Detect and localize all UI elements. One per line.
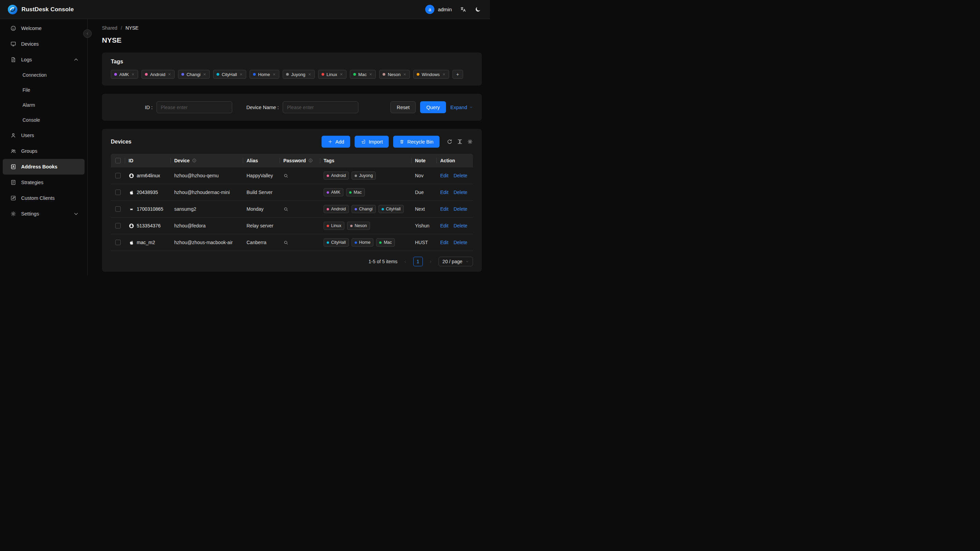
remove-tag-icon[interactable] <box>168 73 171 76</box>
tag-label: Android <box>331 173 346 178</box>
breadcrumb-separator: / <box>121 25 122 31</box>
device-id: 1700310865 <box>137 206 163 212</box>
remove-tag-icon[interactable] <box>369 73 372 76</box>
header-actions: a admin <box>425 5 481 14</box>
sidebar-item-users[interactable]: Users <box>3 127 84 143</box>
delete-link[interactable]: Delete <box>453 173 467 178</box>
breadcrumb: Shared / NYSE <box>102 25 482 31</box>
apple-icon <box>129 190 134 195</box>
sidebar-item-devices[interactable]: Devices <box>3 36 84 52</box>
device-name-input[interactable] <box>283 101 358 113</box>
remove-tag-icon[interactable] <box>272 73 276 76</box>
sidebar-item-welcome[interactable]: Welcome <box>3 21 84 36</box>
pagination-summary: 1-5 of 5 items <box>369 259 398 264</box>
expand-toggle[interactable]: Expand <box>450 105 473 110</box>
remove-tag-icon[interactable] <box>239 73 243 76</box>
sidebar-item-logs[interactable]: Logs <box>3 52 84 67</box>
row-checkbox[interactable] <box>115 223 121 228</box>
delete-link[interactable]: Delete <box>453 206 467 212</box>
device-note: Yishun <box>412 223 437 228</box>
tag-chip-mac: Mac <box>350 70 376 79</box>
add-tag-button[interactable]: + <box>452 70 463 79</box>
sidebar-item-settings[interactable]: Settings <box>3 206 84 221</box>
tag-label: Juyong <box>291 72 305 77</box>
sidebar-item-address-books[interactable]: Address Books <box>3 159 84 175</box>
tag-color-dot <box>181 73 184 76</box>
language-icon[interactable] <box>460 6 466 13</box>
sidebar-subitem-file[interactable]: File <box>3 83 84 97</box>
theme-toggle-icon[interactable] <box>475 6 481 13</box>
remove-tag-icon[interactable] <box>403 73 406 76</box>
delete-link[interactable]: Delete <box>453 190 467 195</box>
row-checkbox[interactable] <box>115 206 121 212</box>
sidebar-item-label: Strategies <box>21 180 43 185</box>
edit-link[interactable]: Edit <box>440 173 449 178</box>
edit-link[interactable]: Edit <box>440 223 449 228</box>
reset-button[interactable]: Reset <box>390 101 416 113</box>
pagination: 1-5 of 5 items 1 20 / page <box>111 257 473 266</box>
remove-tag-icon[interactable] <box>442 73 445 76</box>
row-checkbox[interactable] <box>115 173 121 178</box>
tag-chip-juyong: Juyong <box>283 70 315 79</box>
sidebar-item-custom-clients[interactable]: Custom Clients <box>3 190 84 206</box>
user-menu[interactable]: a admin <box>425 5 452 14</box>
breadcrumb-parent[interactable]: Shared <box>102 25 117 31</box>
recycle-bin-button[interactable]: Recycle Bin <box>393 136 439 148</box>
sidebar-nav: WelcomeDevicesLogsConnectionFileAlarmCon… <box>0 21 87 221</box>
refresh-icon[interactable] <box>447 139 452 145</box>
tags-card: Tags AMKAndroidChangiCityHallHomeJuyongL… <box>102 53 482 86</box>
current-page-button[interactable]: 1 <box>413 257 423 266</box>
filter-groups: ID : Device Name : <box>145 101 358 113</box>
row-height-icon[interactable] <box>457 139 463 145</box>
remove-tag-icon[interactable] <box>131 73 135 76</box>
delete-link[interactable]: Delete <box>453 223 467 228</box>
tag-label: AMK <box>331 190 340 195</box>
tag-color-dot <box>349 191 352 194</box>
sidebar-subitem-connection[interactable]: Connection <box>3 67 84 83</box>
tag-color-dot <box>114 73 117 76</box>
column-header-action: Action <box>437 154 473 167</box>
filter-card: ID : Device Name : Reset Query <box>102 94 482 121</box>
sidebar-item-strategies[interactable]: Strategies <box>3 175 84 190</box>
sidebar-item-label: Devices <box>21 41 39 47</box>
table-settings-icon[interactable] <box>467 139 473 145</box>
password-reveal-icon[interactable] <box>283 207 288 212</box>
sidebar-collapse-button[interactable] <box>83 29 92 38</box>
password-reveal-icon[interactable] <box>283 173 288 178</box>
tag-label: Home <box>359 240 370 245</box>
tag-chip-mac: Mac <box>376 238 395 247</box>
edit-link[interactable]: Edit <box>440 206 449 212</box>
tag-chip-android: Android <box>324 205 349 213</box>
edit-link[interactable]: Edit <box>440 190 449 195</box>
page-size-select[interactable]: 20 / page <box>439 257 473 266</box>
prev-page-button[interactable] <box>401 257 410 266</box>
remove-tag-icon[interactable] <box>340 73 343 76</box>
sidebar-subitem-console[interactable]: Console <box>3 113 84 127</box>
device-note: HUST <box>412 240 437 245</box>
import-button[interactable]: Import <box>355 136 389 148</box>
tag-chip-home: Home <box>250 70 279 79</box>
add-device-button[interactable]: Add <box>321 136 350 148</box>
tag-label: Android <box>150 72 165 77</box>
id-input[interactable] <box>156 101 232 113</box>
sidebar: WelcomeDevicesLogsConnectionFileAlarmCon… <box>0 19 88 276</box>
table-row: 20438935hzhou@hzhoudemac-miniBuild Serve… <box>111 184 473 201</box>
sidebar-item-groups[interactable]: Groups <box>3 143 84 159</box>
select-all-checkbox[interactable] <box>115 158 121 163</box>
query-button[interactable]: Query <box>420 101 446 113</box>
sidebar-subitem-alarm[interactable]: Alarm <box>3 97 84 113</box>
remove-tag-icon[interactable] <box>308 73 311 76</box>
tag-chip-neson: Neson <box>379 70 410 79</box>
row-checkbox[interactable] <box>115 240 121 245</box>
devices-card: Devices Add Import Recycle Bin <box>102 129 482 272</box>
edit-link[interactable]: Edit <box>440 240 449 245</box>
delete-link[interactable]: Delete <box>453 240 467 245</box>
password-reveal-icon[interactable] <box>283 240 288 245</box>
tag-color-dot <box>350 225 353 227</box>
id-label: ID : <box>145 105 153 110</box>
row-checkbox[interactable] <box>115 190 121 195</box>
remove-tag-icon[interactable] <box>203 73 206 76</box>
next-page-button[interactable] <box>426 257 435 266</box>
custom-clients-icon <box>10 195 16 201</box>
group-icon <box>10 148 16 154</box>
